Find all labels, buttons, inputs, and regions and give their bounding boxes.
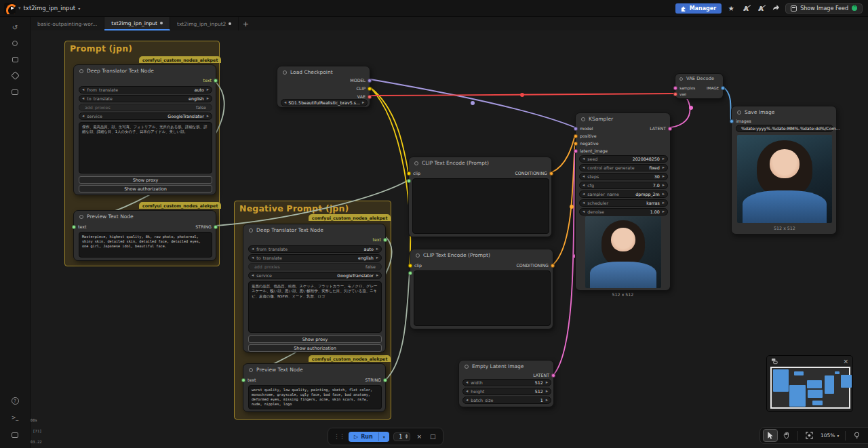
next-arrow-icon[interactable]: ▸ (207, 114, 209, 119)
count-spinner[interactable]: ▲▼ (406, 434, 408, 440)
collapse-dot-icon[interactable] (283, 70, 287, 75)
minimap-viewport[interactable] (770, 367, 850, 409)
comfyui-logo-icon[interactable] (4, 3, 16, 14)
minimap-panel[interactable]: × (766, 355, 853, 412)
run-options-chevron-icon[interactable]: ▾ (378, 432, 389, 441)
hide-labels-icon[interactable]: A (755, 5, 766, 12)
next-arrow-icon[interactable]: ▸ (207, 87, 209, 92)
prev-arrow-icon[interactable]: ◂ (252, 256, 254, 260)
terminal-icon[interactable]: >_ (9, 413, 20, 424)
input-text-converted[interactable] (408, 271, 412, 275)
node-canvas[interactable]: Prompt (jpn) Negative Prompt (jpn) (0, 0, 868, 448)
output-model[interactable]: MODEL (350, 78, 372, 83)
collapse-dot-icon[interactable] (581, 117, 585, 121)
next-arrow-icon[interactable]: ▸ (376, 273, 378, 278)
prev-arrow-icon[interactable]: ◂ (583, 183, 585, 188)
widget-to-translate[interactable]: ◂to_translateenglish▸ (79, 95, 212, 102)
widget-ckpt-name[interactable]: ◂SD1.5beautifulRealistic_brav5.s...▸ (281, 99, 368, 106)
output-text[interactable]: text (203, 78, 218, 83)
collapse-dot-icon[interactable] (465, 365, 469, 369)
next-arrow-icon[interactable]: ▸ (207, 96, 209, 101)
node-load-checkpoint[interactable]: Load Checkpoint MODEL CLIP VAE ◂SD1.5bea… (277, 66, 370, 108)
new-tab-button[interactable]: + (239, 17, 252, 30)
widget-width[interactable]: ◂width512▸ (462, 379, 551, 386)
widget-from-translate[interactable]: ◂from_translateauto▸ (248, 245, 382, 253)
node-deep-translator-positive[interactable]: Deep Translator Text Node text ◂from_tra… (73, 64, 216, 195)
widget-sampler-name[interactable]: ◂sampler_namedpmpp_2m▸ (579, 190, 668, 198)
next-arrow-icon[interactable]: ▸ (663, 157, 665, 161)
help-icon[interactable]: ? (9, 395, 20, 406)
prev-arrow-icon[interactable]: ◂ (82, 87, 84, 92)
drag-handle-icon[interactable]: ⋮⋮ (334, 433, 344, 440)
widget-seed[interactable]: ◂seed2020848250▸ (579, 155, 668, 163)
next-arrow-icon[interactable]: ▸ (376, 256, 378, 260)
prev-arrow-icon[interactable]: ◂ (466, 389, 468, 394)
stop-button[interactable]: □ (428, 433, 437, 440)
workflow-name-menu[interactable]: txt2img_ipn_input▾ (24, 5, 81, 12)
collapse-dot-icon[interactable] (79, 215, 83, 219)
input-negative[interactable]: negative (574, 141, 599, 146)
show-authorization-button[interactable]: Show authorization (79, 185, 212, 192)
input-text[interactable]: text (241, 378, 256, 382)
collapse-dot-icon[interactable] (249, 368, 253, 372)
node-deep-translator-negative[interactable]: Deep Translator Text Node text ◂from_tra… (243, 224, 386, 352)
input-clip[interactable]: clip (408, 263, 422, 268)
cancel-run-button[interactable]: × (414, 433, 424, 440)
next-arrow-icon[interactable]: ▸ (546, 389, 548, 394)
prev-arrow-icon[interactable]: ◂ (583, 174, 585, 179)
node-ksampler[interactable]: KSampler model positive negative latent_… (575, 113, 671, 291)
next-arrow-icon[interactable]: ▸ (663, 165, 665, 170)
widget-steps[interactable]: ◂steps30▸ (579, 173, 668, 180)
widget-add-proxies[interactable]: add_proxiesfalse (248, 263, 382, 270)
widget-from-translate[interactable]: ◂from_translateauto▸ (79, 86, 212, 94)
widget-service[interactable]: ◂serviceGoogleTranslator▸ (79, 113, 212, 120)
prev-arrow-icon[interactable]: ◂ (252, 273, 254, 278)
queue-icon[interactable] (9, 39, 20, 49)
input-positive[interactable]: positive (574, 134, 597, 138)
model-library-icon[interactable] (9, 71, 20, 82)
widget-scheduler[interactable]: ◂schedulerkarras▸ (579, 199, 668, 207)
next-arrow-icon[interactable]: ▸ (546, 380, 548, 385)
next-arrow-icon[interactable]: ▸ (376, 247, 378, 251)
manager-button[interactable]: Manager (675, 3, 722, 14)
input-text-converted[interactable] (407, 179, 411, 183)
collapse-dot-icon[interactable] (414, 161, 418, 165)
tab-txt2img-ipn-input[interactable]: txt2img_ipn_input (104, 17, 170, 30)
node-clip-text-encode-positive[interactable]: CLIP Text Encode (Prompt) clip CONDITION… (408, 157, 552, 237)
share-icon[interactable] (770, 4, 781, 12)
next-arrow-icon[interactable]: ▸ (663, 192, 665, 197)
tab-basic-outpainting[interactable]: basic-outpainting-wor... (31, 17, 104, 30)
widget-denoise[interactable]: ◂denoise1.00▸ (579, 208, 668, 216)
node-preview-text-positive[interactable]: Preview Text Node text STRING Masterpiec… (73, 210, 216, 261)
widget-cfg[interactable]: ◂cfg7.0▸ (579, 182, 668, 189)
widget-to-translate[interactable]: ◂to_translateenglish▸ (248, 254, 382, 262)
workflows-history-icon[interactable]: ↺ (9, 22, 20, 33)
show-image-feed-button[interactable]: Show Image Feed (785, 3, 863, 14)
input-vae[interactable]: vae (673, 92, 686, 96)
input-clip[interactable]: clip (407, 171, 420, 176)
prompt-textarea[interactable]: 傑作、最高品質、顔、生写真、フォトリアル、光沢のある肌、詳細な肌、詳細な顔、詳細… (79, 122, 212, 174)
prev-arrow-icon[interactable]: ◂ (466, 380, 468, 385)
toggle-minimap-button[interactable] (865, 429, 868, 442)
fit-view-button[interactable] (802, 429, 816, 442)
toggle-link-visibility-button[interactable] (849, 429, 864, 442)
collapse-dot-icon[interactable] (679, 77, 683, 81)
output-clip[interactable]: CLIP (356, 86, 372, 91)
gallery-icon[interactable] (9, 87, 20, 98)
node-preview-text-negative[interactable]: Preview Text Node text STRING worst qual… (243, 363, 386, 412)
widget-control-after-generate[interactable]: ◂control after generatefixed▸ (579, 164, 668, 171)
widget-batch-size[interactable]: ◂batch_size1▸ (462, 396, 551, 404)
show-proxy-button[interactable]: Show proxy (248, 335, 382, 343)
widget-service[interactable]: ◂serviceGoogleTranslator▸ (248, 272, 382, 279)
node-clip-text-encode-negative[interactable]: CLIP Text Encode (Prompt) clip CONDITION… (410, 249, 553, 329)
tab-txt2img-ipn-input2[interactable]: txt2img_ipn_input2 (170, 17, 239, 30)
show-authorization-button[interactable]: Show authorization (248, 344, 382, 352)
input-images[interactable]: images (730, 119, 751, 123)
minimap-close-icon[interactable]: × (843, 358, 848, 365)
output-text[interactable]: text (373, 237, 387, 242)
collapse-dot-icon[interactable] (416, 253, 420, 258)
next-arrow-icon[interactable]: ▸ (663, 174, 665, 179)
batch-count-input[interactable]: 1 ▲▼ (393, 432, 410, 441)
next-arrow-icon[interactable]: ▸ (546, 398, 548, 403)
collapse-dot-icon[interactable] (79, 69, 83, 73)
